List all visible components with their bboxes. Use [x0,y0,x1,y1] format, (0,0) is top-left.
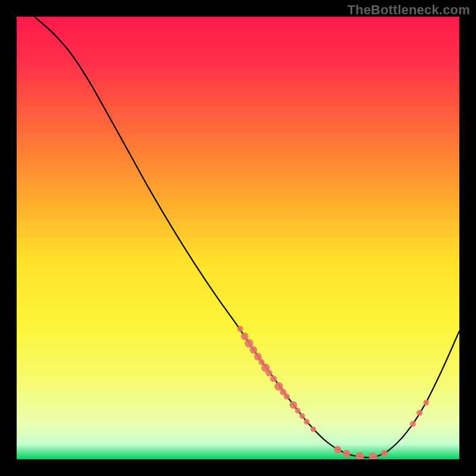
scatter-point [237,325,243,331]
chart-plot [17,17,459,459]
chart-background [17,17,459,459]
scatter-point [265,369,272,376]
scatter-point [299,413,305,419]
scatter-point [423,400,429,406]
scatter-point [343,450,350,458]
scatter-point [270,375,277,382]
scatter-point [245,339,253,347]
scatter-point [304,419,310,425]
scatter-point [295,408,301,414]
chart-svg [17,17,459,459]
scatter-point [381,450,387,456]
scatter-point [284,393,290,399]
scatter-point [311,427,317,433]
watermark-label: TheBottleneck.com [347,2,470,18]
scatter-point [241,333,249,340]
chart-frame: TheBottleneck.com [0,0,476,476]
scatter-point [334,446,342,453]
scatter-point [250,346,258,354]
scatter-point [416,410,422,416]
scatter-point [410,421,416,427]
scatter-point [290,401,298,409]
